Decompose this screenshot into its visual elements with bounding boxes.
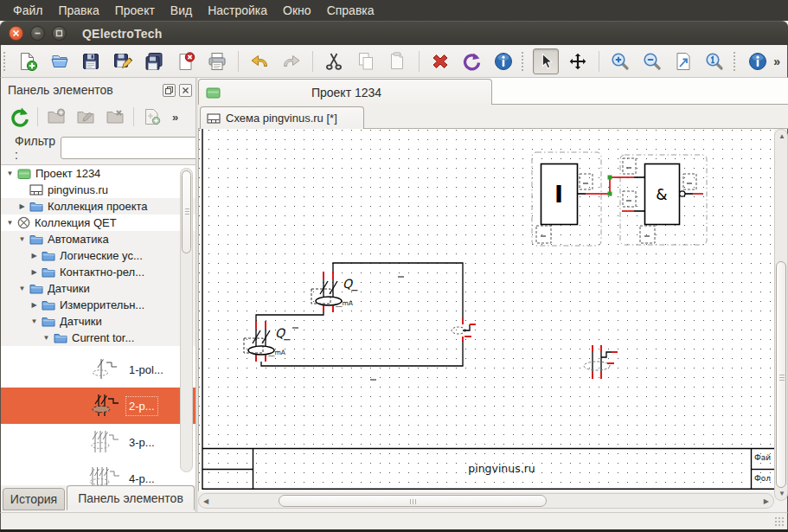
tree-item-project-collection[interactable]: ▶ Коллекция проекта (1, 198, 196, 215)
print-button[interactable] (204, 48, 229, 74)
tree-item-sensors[interactable]: ▼ Датчики (1, 280, 196, 297)
canvas-hscrollbar-thumb[interactable] (279, 495, 547, 507)
canvas-vscrollbar[interactable]: ▲ ▼ (774, 129, 788, 501)
toolbar-grip[interactable] (522, 52, 526, 71)
window-maximize-button[interactable] (52, 26, 67, 41)
diagram-canvas[interactable]: pingvinus.ru Фай Фол I & (198, 129, 774, 491)
panel-toolbar-overflow-button[interactable]: » (172, 111, 178, 124)
undo-button[interactable] (247, 48, 272, 74)
expand-arrow-icon[interactable]: ▶ (29, 301, 39, 309)
tree-item-label: Датчики (60, 315, 102, 328)
tab-project-label: Проект 1234 (227, 86, 465, 99)
canvas-vscrollbar-thumb[interactable] (776, 261, 786, 488)
tree-item-sensors-sub[interactable]: ▼ Датчики (1, 313, 196, 330)
save-as-button[interactable] (110, 48, 135, 74)
zoom-fit-button[interactable] (670, 48, 695, 74)
panel-close-button[interactable] (179, 84, 192, 97)
tree-item-project[interactable]: ▼ Проект 1234 (1, 165, 196, 182)
zoom-in-icon (610, 51, 631, 72)
edit-category-button[interactable] (74, 105, 98, 129)
close-file-button[interactable] (173, 48, 198, 74)
paste-icon (387, 51, 407, 72)
logic-gate-group[interactable]: I & (532, 152, 707, 246)
reload-collections-button[interactable] (7, 105, 31, 129)
cut-button[interactable] (322, 48, 347, 74)
tree-item-current-transformers[interactable]: ▼ Current tor... (1, 330, 196, 346)
element-item-1pol[interactable]: 1-pol... (1, 351, 196, 388)
tree-item-relay[interactable]: ▶ Контактно-рел... (1, 264, 196, 280)
menu-project[interactable]: Проект (107, 2, 163, 19)
toolbar-overflow-button[interactable]: » (773, 54, 780, 68)
tab-elements-panel[interactable]: Панель элементов (67, 485, 195, 510)
menu-settings[interactable]: Настройка (200, 2, 275, 19)
info-icon (747, 51, 768, 72)
diagram-info-button[interactable] (745, 48, 770, 74)
tree-scrollbar-thumb[interactable] (182, 170, 191, 253)
toolbar-grip[interactable] (734, 52, 738, 71)
toolbar-grip[interactable] (3, 52, 8, 71)
save-button[interactable] (78, 48, 103, 74)
element-item-2p-selected[interactable]: 2-p... (1, 388, 196, 424)
copy-button[interactable] (353, 48, 378, 74)
menu-help[interactable]: Справка (319, 2, 382, 19)
loop-connector[interactable] (452, 318, 476, 342)
panel-float-button[interactable] (163, 84, 176, 97)
zoom-in-button[interactable] (607, 48, 632, 74)
tab-project[interactable]: Проект 1234 (198, 79, 492, 105)
menu-window[interactable]: Окно (275, 2, 319, 19)
zoom-reset-button[interactable] (702, 48, 727, 74)
element-item-4p[interactable]: 4-p... (1, 460, 196, 485)
scroll-down-icon[interactable]: ▼ (778, 490, 785, 497)
element-info-button[interactable] (490, 48, 516, 74)
expand-arrow-icon[interactable]: ▼ (42, 334, 51, 342)
tree-item-measuring[interactable]: ▶ Измеррительн... (1, 297, 196, 313)
breaker-2-name: Q_ (275, 326, 291, 341)
circuit-wires[interactable] (256, 263, 463, 366)
expand-arrow-icon[interactable]: ▶ (17, 202, 27, 210)
window-close-button[interactable] (9, 26, 23, 41)
new-document-button[interactable] (15, 48, 40, 74)
expand-arrow-icon[interactable]: ▼ (29, 317, 39, 325)
open-document-button[interactable] (47, 48, 72, 74)
delete-category-button[interactable] (103, 105, 127, 129)
scroll-right-icon[interactable]: ▶ (764, 497, 769, 505)
rotate-selection-button[interactable] (459, 48, 484, 74)
breaker-circuit[interactable]: Q_ __mA (244, 263, 476, 380)
standalone-transformer[interactable] (584, 345, 618, 379)
paste-button[interactable] (385, 48, 410, 74)
tree-item-qet-collection[interactable]: ▼ Коллекция QET (1, 215, 196, 231)
select-mode-button[interactable] (533, 48, 559, 74)
breaker-1[interactable]: Q_ __mA (311, 272, 404, 312)
window-minimize-button[interactable] (30, 26, 45, 41)
breaker-2[interactable]: Q_ __mA (244, 321, 298, 362)
tree-item-automation[interactable]: ▼ Автоматика (1, 231, 196, 247)
new-element-button[interactable] (140, 105, 164, 129)
menu-file[interactable]: Файл (5, 2, 50, 19)
resize-grip[interactable] (774, 516, 785, 527)
element-item-3p[interactable]: 3-p... (1, 424, 196, 460)
scroll-left-icon[interactable]: ◀ (203, 497, 208, 505)
expand-arrow-icon[interactable]: ▶ (29, 268, 39, 276)
new-category-button[interactable] (44, 105, 68, 129)
project-folder-icon (206, 87, 221, 99)
expand-arrow-icon[interactable]: ▼ (5, 170, 15, 177)
zoom-out-button[interactable] (639, 48, 664, 74)
scroll-up-icon[interactable]: ▲ (778, 132, 785, 140)
tree-scrollbar[interactable] (180, 168, 193, 472)
tree-item-logic[interactable]: ▶ Логические ус... (1, 247, 196, 264)
tree-item-label: Current tor... (72, 331, 134, 344)
redo-button[interactable] (279, 48, 304, 74)
delete-selection-button[interactable] (427, 48, 452, 74)
pan-mode-button[interactable] (565, 48, 590, 74)
expand-arrow-icon[interactable]: ▼ (5, 219, 15, 227)
tree-item-diagram[interactable]: pingvinus.ru (1, 182, 196, 198)
menu-edit[interactable]: Правка (50, 2, 106, 19)
expand-arrow-icon[interactable]: ▼ (17, 235, 27, 243)
menu-view[interactable]: Вид (163, 2, 200, 19)
expand-arrow-icon[interactable]: ▼ (17, 285, 27, 292)
save-all-button[interactable] (141, 48, 166, 74)
canvas-hscrollbar[interactable]: ◀ ▶ (198, 493, 774, 509)
expand-arrow-icon[interactable]: ▶ (29, 252, 39, 260)
tab-history[interactable]: История (3, 488, 65, 510)
tab-diagram[interactable]: Схема pingvinus.ru [*] (200, 106, 364, 129)
